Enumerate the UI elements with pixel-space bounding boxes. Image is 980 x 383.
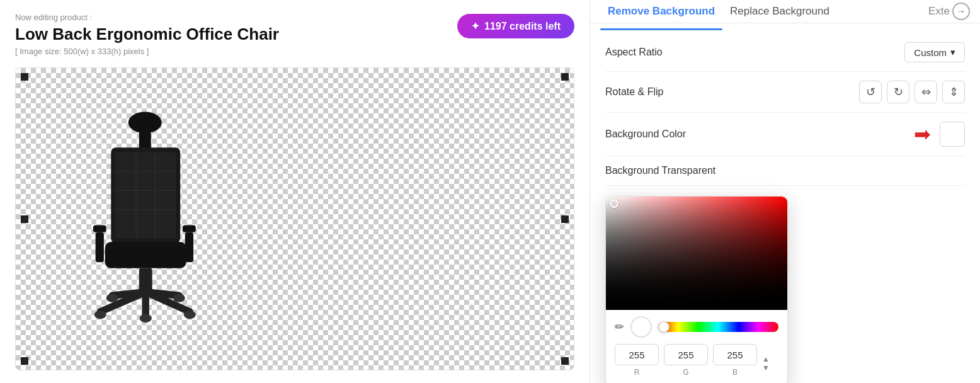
eyedropper-icon: ✏ — [615, 321, 624, 333]
flip-horizontal-button[interactable]: ⇔ — [914, 81, 937, 103]
svg-rect-3 — [115, 152, 176, 237]
left-panel: Now editing product : Low Back Ergonomic… — [0, 0, 590, 383]
svg-rect-9 — [105, 242, 186, 268]
picker-circle[interactable] — [610, 199, 618, 208]
handle-top-left[interactable] — [21, 73, 28, 81]
credits-button[interactable]: ✦ 1197 credits left — [457, 14, 574, 38]
handle-mid-left[interactable] — [21, 215, 28, 223]
bg-transparent-label: Background Transparent — [605, 165, 715, 176]
hue-thumb[interactable] — [658, 321, 669, 333]
handle-bottom-right[interactable] — [561, 357, 569, 365]
bg-color-swatch[interactable] — [940, 122, 965, 147]
rgb-inputs: R G B ▲ ▼ — [606, 338, 787, 377]
color-controls: ✏ — [606, 310, 787, 338]
svg-rect-11 — [96, 232, 104, 261]
svg-rect-13 — [185, 232, 193, 261]
red-arrow-icon: ➡ — [914, 122, 931, 146]
g-label: G — [683, 368, 688, 377]
dropdown-chevron-icon: ▾ — [950, 47, 955, 58]
svg-rect-1 — [139, 132, 151, 149]
b-input-group: B — [713, 344, 757, 377]
hue-slider[interactable] — [658, 322, 778, 332]
bg-color-row: Background Color ➡ — [605, 113, 965, 156]
right-panel: Remove Background Replace Background Ext… — [590, 0, 980, 383]
color-preview-circle — [630, 316, 652, 338]
flip-vertical-button[interactable]: ⇕ — [942, 81, 965, 103]
chair-image — [41, 68, 255, 370]
svg-line-19 — [145, 292, 179, 295]
rotate-ccw-button[interactable]: ↺ — [859, 81, 882, 103]
rotate-flip-row: Rotate & Flip ↺ ↻ ⇔ ⇕ — [605, 72, 965, 113]
tabs-bar: Remove Background Replace Background Ext… — [590, 0, 980, 23]
rgb-arrows: ▲ ▼ — [762, 344, 770, 377]
svg-rect-12 — [183, 225, 196, 232]
flip-h-icon: ⇔ — [921, 85, 931, 99]
eyedropper-button[interactable]: ✏ — [615, 320, 624, 334]
credits-label: 1197 credits left — [484, 21, 561, 32]
rotate-cw-button[interactable]: ↻ — [887, 81, 909, 103]
r-label: R — [634, 368, 640, 377]
r-input-group: R — [615, 344, 659, 377]
b-label: B — [732, 368, 738, 377]
aspect-ratio-dropdown[interactable]: Custom ▾ — [904, 42, 965, 62]
g-input[interactable] — [664, 344, 708, 365]
color-picker-popup[interactable]: ✏ R G B — [605, 196, 788, 383]
gradient-overlay — [606, 197, 787, 310]
tab-remove-background[interactable]: Remove Background — [600, 0, 722, 23]
svg-point-24 — [184, 310, 196, 318]
color-gradient[interactable] — [606, 197, 787, 310]
svg-line-18 — [112, 292, 145, 295]
canvas-area[interactable] — [15, 67, 574, 370]
rotate-ccw-icon: ↺ — [866, 85, 875, 99]
bg-transparent-row: Background Transparent — [605, 156, 965, 186]
svg-rect-10 — [93, 225, 106, 232]
aspect-ratio-row: Aspect Ratio Custom ▾ — [605, 33, 965, 72]
r-input[interactable] — [615, 344, 659, 365]
bg-color-label: Background Color — [605, 129, 686, 140]
svg-point-21 — [106, 294, 118, 302]
g-input-group: G — [664, 344, 708, 377]
b-input[interactable] — [713, 344, 757, 365]
svg-point-22 — [140, 314, 152, 322]
handle-mid-right[interactable] — [561, 215, 569, 223]
bg-color-controls: ➡ — [914, 122, 965, 147]
image-size: [ Image size: 500(w) x 333(h) pixels ] — [15, 47, 574, 56]
rotate-cw-icon: ↻ — [894, 85, 903, 99]
svg-point-0 — [128, 111, 162, 133]
flip-v-icon: ⇕ — [949, 85, 959, 99]
tab-extend[interactable]: Exte → — [928, 3, 970, 20]
settings-area: Aspect Ratio Custom ▾ Rotate & Flip ↺ ↻ … — [590, 23, 980, 196]
rotate-flip-label: Rotate & Flip — [605, 86, 663, 98]
handle-bottom-left[interactable] — [21, 357, 28, 365]
aspect-ratio-controls: Custom ▾ — [904, 42, 965, 62]
rotate-flip-controls: ↺ ↻ ⇔ ⇕ — [859, 81, 965, 103]
extend-arrow-icon: → — [952, 3, 970, 20]
tab-replace-background[interactable]: Replace Background — [722, 0, 837, 23]
up-arrow-icon: ▲ — [762, 355, 770, 363]
star-icon: ✦ — [471, 20, 479, 32]
svg-point-20 — [94, 310, 106, 318]
aspect-ratio-label: Aspect Ratio — [605, 47, 663, 58]
chair-svg — [60, 106, 236, 333]
svg-point-23 — [173, 294, 185, 302]
aspect-ratio-value: Custom — [914, 47, 947, 58]
down-arrow-icon: ▼ — [762, 363, 770, 372]
handle-top-right[interactable] — [561, 73, 569, 81]
